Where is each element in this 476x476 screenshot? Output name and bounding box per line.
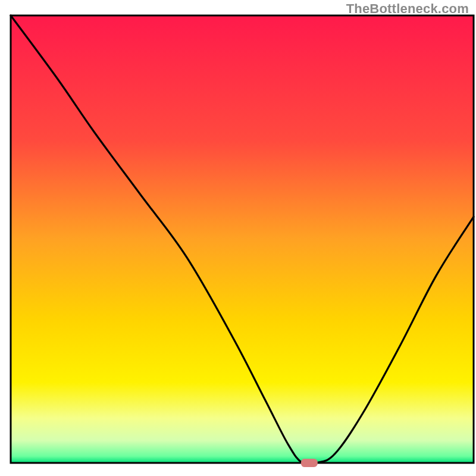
chart-background bbox=[11, 15, 474, 463]
bottleneck-chart bbox=[0, 0, 476, 476]
watermark-text: TheBottleneck.com bbox=[346, 1, 469, 17]
optimal-marker bbox=[301, 459, 318, 467]
